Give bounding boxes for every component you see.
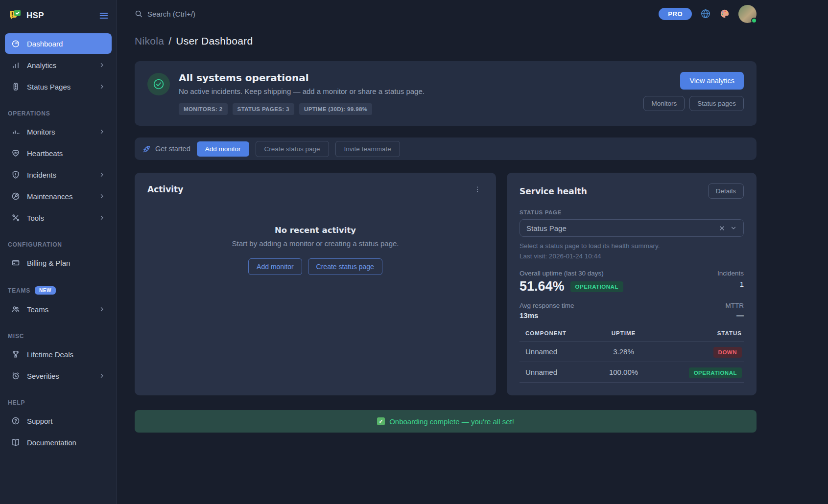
incidents-label: Incidents — [717, 270, 744, 277]
chevron-down-icon[interactable] — [730, 225, 737, 231]
sidebar-item-lifetime-deals[interactable]: Lifetime Deals — [5, 344, 112, 365]
table-row: Unnamed 3.28% DOWN — [520, 342, 744, 362]
topbar-actions: PRO — [659, 5, 757, 23]
check-square-icon: ✓ — [377, 417, 385, 425]
sidebar-item-label: Analytics — [27, 61, 56, 69]
activity-empty-state: No recent activity Start by adding a mon… — [147, 226, 483, 275]
status-badge-down: DOWN — [713, 347, 742, 358]
chevron-right-icon — [98, 372, 105, 379]
status-subtitle: No active incidents. Keep shipping — add… — [179, 87, 425, 95]
mttr-value: — — [726, 311, 744, 320]
incidents-value: 1 — [717, 280, 744, 288]
avg-response-label: Avg response time — [520, 302, 574, 309]
sidebar-item-support[interactable]: Support — [5, 411, 112, 431]
sidebar-item-label: Monitors — [27, 128, 55, 136]
sidebar-item-tools[interactable]: Tools — [5, 207, 112, 228]
traffic-light-icon — [11, 82, 20, 91]
global-search[interactable] — [135, 10, 255, 18]
sidebar-section-operations: OPERATIONS — [8, 110, 109, 117]
service-health-title: Service health — [520, 186, 587, 196]
sidebar-item-label: Incidents — [27, 171, 56, 179]
uptime-chip: UPTIME (30D): 99.98% — [299, 103, 372, 115]
sidebar-item-heartbeats[interactable]: Heartbeats — [5, 143, 112, 163]
sidebar-item-label: Dashboard — [27, 40, 63, 48]
credit-card-icon — [11, 258, 20, 267]
chevron-right-icon — [98, 193, 105, 200]
main-content: PRO Nikola / User Dashboard All systems … — [117, 0, 828, 433]
column-header-status: STATUS — [648, 325, 744, 342]
component-name: Unnamed — [520, 362, 593, 383]
sidebar-item-dashboard[interactable]: Dashboard — [5, 33, 112, 54]
component-uptime: 3.28% — [593, 342, 648, 362]
kebab-menu-icon[interactable] — [472, 183, 483, 195]
view-analytics-button[interactable]: View analytics — [680, 72, 744, 90]
status-page-select-value: Status Page — [526, 224, 567, 232]
sidebar-item-label: Support — [27, 417, 53, 425]
app-logo-icon — [8, 9, 22, 23]
search-icon — [135, 10, 143, 18]
components-table: COMPONENT UPTIME STATUS Unnamed 3.28% DO… — [520, 325, 744, 383]
alarm-clock-icon — [11, 371, 20, 380]
clear-selection-icon[interactable] — [719, 225, 725, 231]
search-input[interactable] — [147, 10, 255, 18]
sidebar-item-label: Heartbeats — [27, 149, 63, 158]
get-started-bar: Get started Add monitor Create status pa… — [135, 137, 757, 160]
users-icon — [11, 305, 20, 314]
sidebar-item-label: Severities — [27, 372, 59, 380]
system-status-card: All systems operational No active incide… — [135, 61, 757, 126]
new-badge: NEW — [35, 286, 56, 295]
chevron-right-icon — [98, 62, 105, 69]
gear-circle-icon — [11, 192, 20, 201]
sidebar-section-help: HELP — [8, 399, 109, 406]
gauge-icon — [11, 39, 20, 48]
chevron-right-icon — [98, 128, 105, 135]
monitors-button[interactable]: Monitors — [643, 96, 685, 111]
trophy-icon — [11, 350, 20, 359]
activity-card: Activity No recent activity Start by add… — [135, 173, 496, 395]
sidebar-item-label: Maintenances — [27, 192, 72, 201]
sidebar-item-teams[interactable]: Teams — [5, 299, 112, 320]
online-status-dot — [751, 18, 757, 23]
sidebar-item-documentation[interactable]: Documentation — [5, 432, 112, 453]
sidebar-section-misc: MISC — [8, 333, 109, 340]
sidebar-item-monitors[interactable]: Monitors — [5, 121, 112, 142]
sidebar-item-incidents[interactable]: Incidents — [5, 164, 112, 185]
system-status-actions: View analytics Monitors Status pages — [643, 72, 744, 115]
page-title: User Dashboard — [176, 35, 253, 47]
breadcrumb-parent[interactable]: Nikola — [135, 35, 164, 47]
details-button[interactable]: Details — [708, 183, 744, 199]
question-circle-icon — [11, 416, 20, 425]
empty-state-subtitle: Start by adding a monitor or creating a … — [147, 239, 483, 248]
sidebar-item-analytics[interactable]: Analytics — [5, 55, 112, 75]
sidebar-item-status-pages[interactable]: Status Pages — [5, 76, 112, 97]
status-pages-count-chip: STATUS PAGES: 3 — [233, 103, 294, 115]
globe-icon[interactable] — [700, 8, 711, 19]
sidebar-item-maintenances[interactable]: Maintenances — [5, 186, 112, 206]
user-avatar[interactable] — [738, 5, 757, 23]
status-page-select[interactable]: Status Page — [520, 219, 744, 237]
create-status-page-button[interactable]: Create status page — [256, 141, 329, 157]
pro-badge[interactable]: PRO — [659, 8, 692, 20]
chevron-right-icon — [98, 171, 105, 178]
empty-add-monitor-button[interactable]: Add monitor — [248, 258, 302, 275]
empty-create-status-page-button[interactable]: Create status page — [308, 258, 382, 275]
sidebar-item-severities[interactable]: Severities — [5, 366, 112, 386]
hamburger-menu-icon[interactable] — [99, 11, 109, 21]
status-pages-button[interactable]: Status pages — [689, 96, 744, 111]
uptime-value: 51.64% — [520, 279, 565, 294]
invite-teammate-button[interactable]: Invite teammate — [335, 141, 400, 157]
onboarding-banner: ✓ Onboarding complete — you're all set! — [135, 410, 757, 433]
status-badge-operational: OPERATIONAL — [689, 367, 742, 378]
get-started-label: Get started — [155, 145, 190, 153]
overall-uptime-label: Overall uptime (last 30 days) — [520, 270, 623, 277]
service-health-card: Service health Details STATUS PAGE Statu… — [507, 173, 757, 395]
sidebar-item-label: Tools — [27, 214, 44, 222]
palette-icon[interactable] — [719, 8, 730, 19]
status-page-select-label: STATUS PAGE — [520, 209, 744, 215]
sidebar-item-billing-plan[interactable]: Billing & Plan — [5, 252, 112, 273]
sidebar-menu: Dashboard Analytics Status Pages OPERATI… — [0, 33, 117, 453]
sidebar-section-configuration: CONFIGURATION — [8, 241, 109, 248]
status-headline: All systems operational — [179, 72, 425, 84]
add-monitor-button[interactable]: Add monitor — [197, 141, 249, 157]
crossed-tools-icon — [11, 213, 20, 222]
